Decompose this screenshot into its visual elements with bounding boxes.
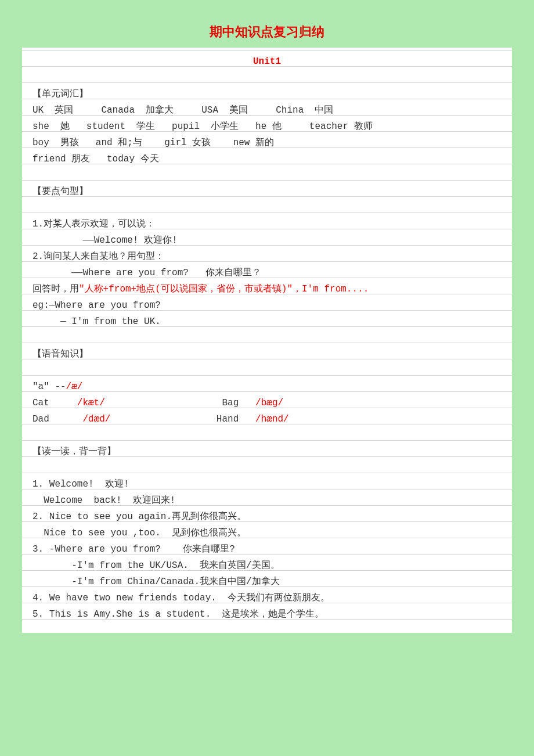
sentence-eg: eg:—Where are you from? — [33, 297, 501, 314]
vocab-header: 【单元词汇】 — [33, 86, 501, 102]
phonics-row: Dad /dæd/ Hand /hænd/ — [33, 411, 501, 427]
phonics-a: "a" --/æ/ — [33, 379, 501, 395]
sentence-item: 1.对某人表示欢迎，可以说： — [33, 216, 501, 232]
blank-line — [33, 362, 501, 379]
page-title: 期中知识点复习归纳 — [22, 23, 512, 41]
phonics-ipa: /kæt/ — [77, 398, 105, 408]
phonics-row: Cat /kæt/ Bag /bæg/ — [33, 395, 501, 411]
vocab-line: UK 英国 Canada 加拿大 USA 美国 China 中国 — [33, 102, 501, 118]
read-item: Nice to see you ,too. 见到你也很高兴。 — [33, 525, 501, 541]
phonics-ipa: /æ/ — [66, 381, 83, 392]
blank-line — [33, 427, 501, 444]
read-header: 【读一读，背一背】 — [33, 444, 501, 460]
blank-line — [33, 167, 501, 183]
read-item: Welcome back! 欢迎回来! — [33, 492, 501, 509]
read-item: -I'm from the UK/USA. 我来自英国/美国。 — [33, 557, 501, 574]
sentence-header: 【要点句型】 — [33, 183, 501, 200]
vocab-line: she 她 student 学生 pupil 小学生 he 他 teacher … — [33, 118, 501, 135]
sentence-example: ——Where are you from? 你来自哪里？ — [33, 265, 501, 281]
document-body: Unit1 【单元词汇】 UK 英国 Canada 加拿大 USA 美国 Chi… — [22, 48, 512, 633]
phonics-ipa: /hænd/ — [255, 414, 289, 424]
phonics-word: Cat — [33, 398, 77, 408]
read-item: 2. Nice to see you again.再见到你很高兴。 — [33, 509, 501, 525]
blank-line — [33, 70, 501, 86]
sentence-item: 2.询问某人来自某地？用句型： — [33, 249, 501, 265]
sentence-example: ——Welcome! 欢迎你! — [33, 232, 501, 249]
phonics-letter: "a" -- — [33, 381, 66, 392]
phonics-word: Bag — [105, 398, 255, 408]
read-item: 1. Welcome! 欢迎! — [33, 476, 501, 492]
read-item: -I'm from China/Canada.我来自中国/加拿大 — [33, 574, 501, 590]
phonics-ipa: /bæg/ — [255, 398, 283, 408]
sentence-eg: — I'm from the UK. — [33, 314, 501, 330]
read-item: 5. This is Amy.She is a student. 这是埃米，她是… — [33, 606, 501, 622]
sentence-reply: 回答时，用"人称+from+地点(可以说国家，省份，市或者镇)"，I'm fro… — [33, 281, 501, 297]
read-item: 4. We have two new friends today. 今天我们有两… — [33, 590, 501, 606]
vocab-line: boy 男孩 and 和;与 girl 女孩 new 新的 — [33, 135, 501, 151]
vocab-line: friend 朋友 today 今天 — [33, 151, 501, 167]
reply-pattern: "人称+from+地点(可以说国家，省份，市或者镇)"，I'm from.... — [79, 284, 369, 294]
unit-heading: Unit1 — [33, 53, 501, 70]
phonics-word: Hand — [110, 414, 255, 424]
reply-prefix: 回答时，用 — [33, 284, 79, 294]
blank-line — [33, 200, 501, 216]
phonics-header: 【语音知识】 — [33, 346, 501, 362]
phonics-word: Dad — [33, 414, 82, 424]
blank-line — [33, 330, 501, 346]
blank-line — [33, 460, 501, 476]
phonics-ipa: /dæd/ — [82, 414, 110, 424]
read-item: 3. -Where are you from? 你来自哪里? — [33, 541, 501, 557]
